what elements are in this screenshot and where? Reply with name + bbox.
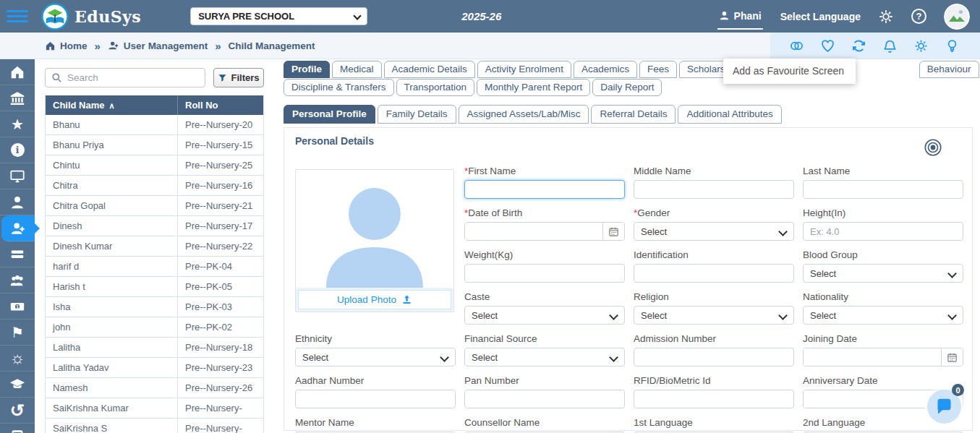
tab-monthly-parent-report[interactable]: Monthly Parent Report <box>477 79 590 96</box>
calendar-icon[interactable] <box>602 223 624 240</box>
notifications-bell-icon[interactable] <box>882 38 898 53</box>
sidebar-item-card[interactable] <box>0 241 35 267</box>
blood-group-select[interactable]: Select <box>803 264 963 283</box>
admission-number-input[interactable] <box>634 348 794 366</box>
sidebar-item-history[interactable]: ↺ <box>0 398 35 424</box>
sidebar-item-desktop[interactable] <box>0 163 35 189</box>
identification-input[interactable] <box>634 264 794 283</box>
search-input[interactable] <box>67 72 199 83</box>
children-list-panel: Filters Child Name∧ Roll No BhanuPre--Nu… <box>35 59 271 433</box>
sidebar-item-finance[interactable]: 1 <box>0 293 35 320</box>
sidebar-item-groups[interactable] <box>0 267 35 293</box>
tab-academic-details[interactable]: Academic Details <box>384 61 475 78</box>
tab-profile[interactable]: Profile <box>284 61 330 78</box>
settings-gear-icon[interactable] <box>878 9 894 25</box>
table-row[interactable]: johnPre--PK-02 <box>46 317 263 338</box>
table-row[interactable]: Dinesh KumarPre--Nursery-22 <box>46 236 263 257</box>
table-row[interactable]: ChitraPre--Nursery-16 <box>46 176 263 196</box>
screen-settings-gear-icon[interactable] <box>913 38 929 53</box>
column-header-child-name[interactable]: Child Name∧ <box>46 100 177 111</box>
table-row[interactable]: SaiKrishna KumarPre--Nursery- <box>46 398 263 419</box>
chat-widget-button[interactable]: 0 <box>927 390 961 424</box>
gender-select[interactable]: Select <box>634 222 794 241</box>
upload-icon <box>401 294 412 305</box>
avatar[interactable] <box>944 4 970 30</box>
calendar-icon[interactable] <box>941 348 963 366</box>
table-row[interactable]: Bhanu PriyaPre--Nursery-15 <box>46 135 263 155</box>
sidebar-item-flag[interactable]: ⚑ <box>0 320 35 346</box>
weight-input[interactable] <box>464 264 625 283</box>
table-row[interactable]: Chitra GopalPre--Nursery-21 <box>46 196 263 216</box>
select-language-button[interactable]: Select Language <box>780 11 861 22</box>
subtab-assigned-assets[interactable]: Assigned Assets/Lab/Misc <box>459 105 589 124</box>
pan-number-input[interactable] <box>464 390 625 408</box>
field-middle-name: Middle Name <box>634 166 794 199</box>
sidebar-item-info[interactable]: i <box>0 137 35 163</box>
breadcrumb-home[interactable]: Home <box>45 40 88 51</box>
table-row[interactable]: NameshPre--Nursery-26 <box>46 378 263 398</box>
sidebar-item-user[interactable] <box>0 189 35 215</box>
sidebar-item-settings[interactable]: ☼ <box>0 346 35 372</box>
field-aadhar-number: Aadhar Number <box>295 375 456 408</box>
last-name-input[interactable] <box>803 180 963 199</box>
field-first-language: 1st Language Select <box>634 417 794 433</box>
tab-fees[interactable]: Fees <box>639 61 677 78</box>
date-of-birth-input[interactable] <box>465 223 602 240</box>
tab-discipline-transfers[interactable]: Discipline & Transfers <box>284 79 394 96</box>
sidebar-item-favourites[interactable]: ★ <box>0 111 35 137</box>
lightbulb-icon[interactable] <box>945 38 960 53</box>
table-row[interactable]: ChintuPre--Nursery-25 <box>46 155 263 176</box>
subtab-referral-details[interactable]: Referral Details <box>591 105 676 124</box>
tab-transportation[interactable]: Transportation <box>396 79 475 96</box>
subtab-family-details[interactable]: Family Details <box>378 105 456 124</box>
subtab-additional-attributes[interactable]: Additional Attributes <box>678 105 781 124</box>
rfid-input[interactable] <box>634 390 794 408</box>
sub-tabs: Personal Profile Family Details Assigned… <box>284 105 973 124</box>
aadhar-number-input[interactable] <box>295 390 456 408</box>
tab-academics[interactable]: Academics <box>574 61 637 78</box>
table-row[interactable]: SaiKrishna SPre--Nursery- <box>46 419 263 433</box>
subtab-personal-profile[interactable]: Personal Profile <box>284 105 375 124</box>
height-input[interactable] <box>803 222 963 241</box>
filters-button[interactable]: Filters <box>213 68 264 87</box>
refresh-sync-icon[interactable] <box>851 38 866 53</box>
tab-activity-enrolment[interactable]: Activity Enrolment <box>477 61 571 78</box>
middle-name-input[interactable] <box>634 180 794 199</box>
school-selector-dropdown[interactable]: SURYA PRE SCHOOL <box>190 7 367 25</box>
table-row[interactable]: harif dPre--PK-04 <box>46 257 263 277</box>
table-row[interactable]: Lalitha YadavPre--Nursery-23 <box>46 358 263 378</box>
breadcrumb-user-management[interactable]: User Management <box>108 40 208 51</box>
sidebar-item-home[interactable] <box>0 59 35 85</box>
table-row[interactable]: BhanuPre--Nursery-20 <box>46 115 263 135</box>
sidebar-item-user-management[interactable] <box>1 215 35 241</box>
tab-medical[interactable]: Medical <box>332 61 382 78</box>
field-rfid: RFID/BioMetric Id <box>634 375 794 408</box>
financial-source-select[interactable]: Select <box>464 348 625 366</box>
table-row[interactable]: IshaPre--PK-03 <box>46 297 263 317</box>
table-row[interactable]: LalithaPre--Nursery-18 <box>46 338 263 358</box>
first-name-input[interactable] <box>464 180 625 199</box>
help-icon[interactable]: ? <box>911 9 926 24</box>
table-row[interactable]: DineshPre--Nursery-17 <box>46 216 263 236</box>
favourite-heart-icon[interactable] <box>820 38 835 53</box>
joining-date-input[interactable] <box>804 348 941 366</box>
upload-photo-button[interactable]: Upload Photo <box>298 290 451 309</box>
column-header-roll-no[interactable]: Roll No <box>177 95 263 115</box>
target-focus-icon[interactable] <box>923 137 943 158</box>
toggle-circles-icon[interactable] <box>789 38 804 53</box>
sidebar-item-academics[interactable] <box>0 372 35 398</box>
anniversary-date-input[interactable] <box>804 390 941 408</box>
caste-select[interactable]: Select <box>464 306 625 325</box>
table-row[interactable]: Harish tPre--PK-05 <box>46 277 263 297</box>
religion-select[interactable]: Select <box>634 306 794 325</box>
sidebar-item-institution[interactable] <box>0 85 35 111</box>
ethnicity-select[interactable]: Select <box>295 348 456 366</box>
user-menu[interactable]: Phani <box>717 4 763 30</box>
sidebar-item-transport[interactable] <box>0 424 35 433</box>
hamburger-menu-icon[interactable] <box>7 7 28 25</box>
field-first-name: *First Name <box>464 166 625 199</box>
app-logo[interactable]: EduSys <box>41 3 141 30</box>
tab-daily-report[interactable]: Daily Report <box>592 79 662 96</box>
nationality-select[interactable]: Select <box>803 306 963 325</box>
tab-behaviour[interactable]: Behaviour <box>919 61 979 78</box>
